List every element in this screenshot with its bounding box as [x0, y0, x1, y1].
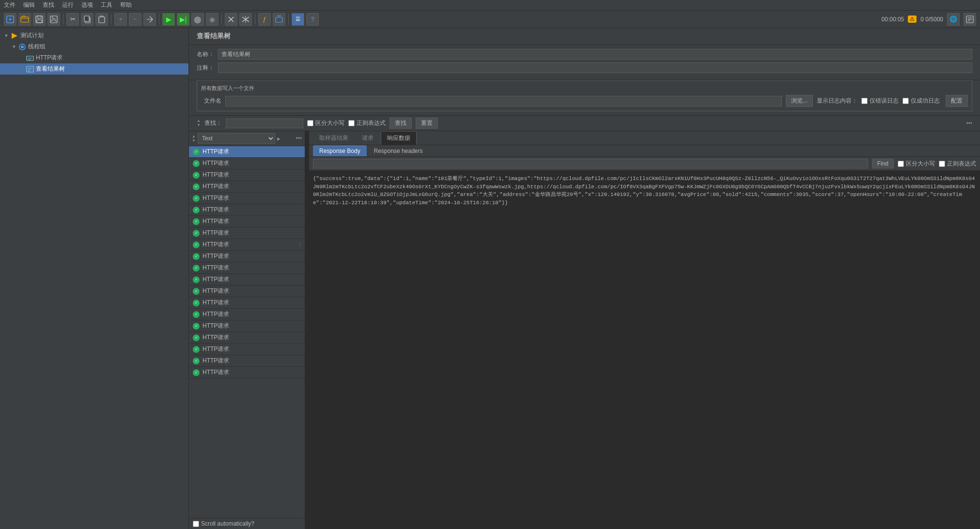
check-icon-2: ✓ — [193, 172, 200, 179]
find-case-checkbox[interactable] — [898, 161, 904, 167]
menu-edit[interactable]: 编辑 — [23, 1, 35, 9]
toolbar-clearall-btn[interactable] — [239, 13, 252, 26]
check-icon-17: ✓ — [193, 346, 200, 353]
result-item-3[interactable]: ✓ HTTP请求 — [189, 181, 305, 193]
menu-help[interactable]: 帮助 — [120, 1, 132, 9]
toolbar-help-btn[interactable]: ? — [306, 13, 319, 26]
menu-run[interactable]: 运行 — [62, 1, 74, 9]
format-select[interactable]: Text RegExp Tester CSS/JQuery JSON Path … — [198, 133, 275, 144]
list-arrow-up[interactable]: ▲ — [192, 135, 196, 138]
result-item-8[interactable]: ✓ HTTP请求 ⋮ — [189, 239, 305, 251]
toolbar-collapse-btn[interactable]: − — [129, 13, 141, 26]
toolbar-shutdown-btn[interactable]: ◉ — [206, 13, 218, 26]
result-item-11[interactable]: ✓ HTTP请求 — [189, 274, 305, 286]
regex-checkbox[interactable] — [348, 120, 355, 126]
toolbar-function-btn[interactable]: ƒ — [258, 13, 271, 26]
menu-options[interactable]: 选项 — [81, 1, 93, 9]
result-item-9[interactable]: ✓ HTTP请求 — [189, 251, 305, 262]
response-content[interactable]: {"success":true,"data":{"id":1,"name":"1… — [309, 171, 980, 529]
toolbar-menu-btn[interactable]: ☰ — [292, 13, 304, 26]
check-icon-11: ✓ — [193, 276, 200, 283]
find-regex-checkbox[interactable] — [939, 161, 945, 167]
result-item-12[interactable]: ✓ HTTP请求 — [189, 286, 305, 297]
results-footer: Scroll automatically? — [189, 518, 305, 529]
toolbar-paste-btn[interactable] — [95, 13, 108, 26]
tab-sampler-results[interactable]: 取样器结果 — [313, 131, 355, 145]
toolbar-saveas-btn[interactable] — [47, 13, 60, 26]
error-log-checkbox-item: 仅错误日志 — [861, 97, 899, 105]
result-item-2[interactable]: ✓ HTTP请求 — [189, 169, 305, 181]
error-log-checkbox[interactable] — [861, 98, 868, 104]
comment-input[interactable] — [218, 62, 972, 73]
result-item-0[interactable]: ✓ HTTP请求 — [189, 146, 305, 158]
toolbar-run-btn[interactable]: ▶ — [162, 13, 175, 26]
toolbar-globe-btn[interactable]: 🌐 — [947, 13, 960, 26]
result-item-4[interactable]: ✓ HTTP请求 — [189, 193, 305, 204]
response-tab-body[interactable]: Response Body — [313, 145, 367, 156]
toolbar-expand-btn[interactable]: + — [114, 13, 127, 26]
result-item-14[interactable]: ✓ HTTP请求 — [189, 309, 305, 320]
find-action-button[interactable]: Find — [872, 159, 894, 168]
success-log-checkbox[interactable] — [902, 98, 909, 104]
result-label-10: HTTP请求 — [202, 264, 229, 272]
sidebar-item-http-request[interactable]: HTTP请求 — [0, 52, 188, 63]
toolbar-save-btn[interactable] — [33, 13, 46, 26]
find-input[interactable] — [313, 159, 868, 168]
result-label-4: HTTP请求 — [202, 194, 229, 202]
menu-find[interactable]: 查找 — [43, 1, 54, 9]
tab-response-data[interactable]: 响应数据 — [381, 131, 417, 145]
http-request-icon — [26, 54, 34, 62]
result-label-16: HTTP请求 — [202, 333, 229, 342]
menu-file[interactable]: 文件 — [4, 1, 16, 9]
case-sensitive-checkbox[interactable] — [307, 120, 313, 126]
find-button[interactable]: 查找 — [389, 118, 412, 129]
arrow-down-btn[interactable]: ▼ — [197, 123, 201, 127]
toolbar-toggle-btn[interactable] — [143, 13, 156, 26]
tab-request[interactable]: 请求 — [356, 131, 380, 145]
result-item-13[interactable]: ✓ HTTP请求 — [189, 297, 305, 309]
result-label-0: HTTP请求 — [202, 148, 229, 156]
toolbar-log-btn[interactable] — [964, 13, 976, 26]
name-input[interactable] — [218, 49, 972, 60]
result-item-7[interactable]: ✓ HTTP请求 — [189, 227, 305, 239]
toolbar-copy-btn[interactable] — [81, 13, 93, 26]
error-log-label: 仅错误日志 — [870, 97, 899, 105]
toolbar-open-btn[interactable] — [18, 13, 31, 26]
dots-menu[interactable]: ••• — [966, 120, 972, 127]
result-item-15[interactable]: ✓ HTTP请求 — [189, 320, 305, 332]
sidebar-item-thread-group[interactable]: ▼ 线程组 — [0, 41, 188, 52]
split-handle[interactable]: ⋮ — [305, 131, 309, 529]
result-item-18[interactable]: ✓ HTTP请求 — [189, 355, 305, 367]
config-button[interactable]: 配置 — [946, 95, 968, 107]
toolbar-clear-btn[interactable] — [225, 13, 237, 26]
result-label-14: HTTP请求 — [202, 310, 229, 318]
toolbar-template-btn[interactable] — [273, 13, 285, 26]
check-icon-1: ✓ — [193, 160, 200, 167]
toolbar-run-no-pause-btn[interactable]: ▶| — [177, 13, 189, 26]
browse-button[interactable]: 浏览... — [786, 95, 813, 107]
list-arrow-down[interactable]: ▼ — [192, 139, 196, 143]
response-tab-headers[interactable]: Response headers — [368, 145, 429, 156]
toolbar-cut-btn[interactable]: ✂ — [66, 13, 79, 26]
result-item-16[interactable]: ✓ HTTP请求 — [189, 332, 305, 344]
result-item-6[interactable]: ✓ HTTP请求 — [189, 216, 305, 227]
toolbar-stop-btn[interactable]: ⬤ — [191, 13, 204, 26]
result-item-17[interactable]: ✓ HTTP请求 — [189, 344, 305, 355]
scroll-auto-checkbox[interactable] — [193, 521, 199, 527]
arrow-up-btn[interactable]: ▲ — [197, 119, 201, 123]
drag-handle[interactable]: ⋮ — [295, 239, 305, 250]
result-label-9: HTTP请求 — [202, 252, 229, 260]
toolbar-new-btn[interactable] — [4, 13, 16, 26]
menu-tools[interactable]: 工具 — [101, 1, 112, 9]
result-label-11: HTTP请求 — [202, 275, 229, 284]
more-options-icon[interactable]: ▸ — [277, 135, 280, 142]
result-item-1[interactable]: ✓ HTTP请求 — [189, 158, 305, 169]
result-item-19[interactable]: ✓ HTTP请求 — [189, 367, 305, 378]
result-item-5[interactable]: ✓ HTTP请求 — [189, 204, 305, 216]
reset-button[interactable]: 重置 — [416, 118, 438, 129]
search-input[interactable] — [226, 119, 303, 128]
file-name-input[interactable] — [225, 96, 782, 106]
sidebar-item-results-tree[interactable]: 查看结果树 — [0, 63, 188, 75]
result-item-10[interactable]: ✓ HTTP请求 — [189, 262, 305, 274]
sidebar-item-test-plan[interactable]: ▼ 测试计划 — [0, 30, 188, 41]
